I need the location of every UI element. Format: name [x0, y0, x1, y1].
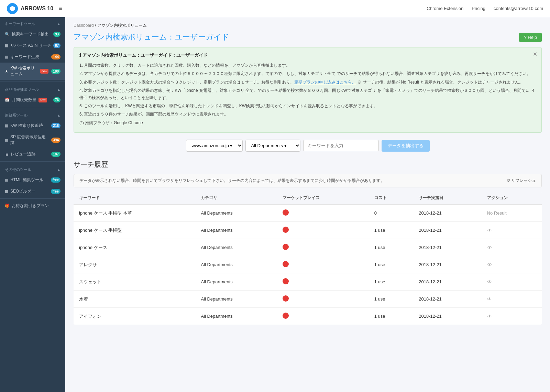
- table-row: アイフォンAll Departments1 use2018-12-21👁: [74, 308, 542, 325]
- page-title-row: アマゾン内検索ボリューム：ユーザーガイド ? Help: [74, 32, 542, 42]
- cell-cost: 1 use: [369, 273, 414, 291]
- sidebar-item-discount[interactable]: 🎁 お得な割引きプラン: [0, 200, 65, 211]
- sidebar-section-other-label: その他のツール: [5, 167, 31, 172]
- sidebar-item-sp-ads-label: SP 広告表示順位追跡: [10, 134, 49, 146]
- view-icon[interactable]: 👁: [487, 245, 492, 250]
- sidebar-item-discount-label: お得な割引きプラン: [12, 203, 49, 209]
- view-icon[interactable]: 👁: [487, 314, 492, 319]
- help-button[interactable]: ? Help: [519, 33, 542, 42]
- cell-date: 2018-12-21: [413, 291, 481, 308]
- badge-keyword-gen: 144: [51, 54, 60, 59]
- extract-button[interactable]: データを抽出する: [382, 140, 430, 152]
- marketplace-dot: [283, 209, 289, 216]
- view-icon[interactable]: 👁: [487, 262, 492, 268]
- cell-keyword: 水着: [74, 291, 195, 308]
- info-box-close-button[interactable]: ✕: [533, 51, 537, 57]
- sidebar-item-monthly-sales[interactable]: 📅 月間販売数量 new 76: [0, 94, 65, 106]
- sidebar-item-kw-volume[interactable]: ★ KW 検索ボリューム new 180: [0, 63, 65, 80]
- sidebar-item-search-keyword-label: 検索キーワード抽出: [12, 31, 49, 37]
- chrome-extension-link[interactable]: Chrome Extension: [427, 6, 463, 11]
- table-icon: ▦: [5, 43, 8, 48]
- sidebar-item-html-editor-label: HTML 編集ツール: [10, 177, 43, 183]
- cell-keyword: iphone ケース 手帳型: [74, 222, 195, 239]
- sidebar-item-search-keyword[interactable]: 🔍 検索キーワード抽出 93: [0, 29, 65, 40]
- info-line-1: 1. 月間の検索数、クリック数、カートに追加された回数、購入数、などの情報を、ア…: [79, 62, 536, 69]
- badge-free-html: free: [51, 177, 60, 183]
- logo: ARROWS 10: [7, 3, 53, 14]
- sidebar-item-kw-rank-label: KW 検索順位追跡: [10, 123, 43, 129]
- department-select[interactable]: All Departments ▾: [245, 140, 300, 152]
- cell-action[interactable]: 👁: [482, 239, 542, 256]
- marketplace-dot: [283, 261, 289, 267]
- sidebar-item-kw-rank[interactable]: ▦ KW 検索順位追跡 218: [0, 120, 65, 131]
- pricing-link[interactable]: Pricing: [472, 6, 485, 11]
- keyword-input[interactable]: [303, 140, 379, 151]
- badge-new-monthly: new: [38, 98, 47, 102]
- cell-keyword: スウェット: [74, 273, 195, 291]
- cell-action[interactable]: 👁: [482, 308, 542, 325]
- sidebar-item-review[interactable]: 🖥 レビュー追跡 187: [0, 149, 65, 160]
- cell-action[interactable]: 👁: [482, 291, 542, 308]
- history-section-title: サーチ履歴: [74, 160, 542, 169]
- sidebar-item-seo[interactable]: ▦ SEOビルダー free: [0, 186, 65, 197]
- sidebar-section-keyword: キーワードツール ▲: [0, 17, 65, 29]
- cell-keyword: アイフォン: [74, 308, 195, 325]
- view-icon[interactable]: 👁: [487, 296, 492, 302]
- cell-category: All Departments: [195, 256, 277, 273]
- badge-kw-volume: 180: [51, 69, 60, 74]
- info-line-7: (*) 推奨ブラウザ：Google Chrome: [79, 119, 536, 126]
- breadcrumb-separator: /: [95, 23, 97, 28]
- sidebar-item-monthly-sales-label: 月間販売数量: [12, 97, 36, 103]
- cell-keyword: iphone ケース 手帳型 本革: [74, 205, 195, 222]
- cell-keyword: iphone ケース: [74, 239, 195, 256]
- marketplace-dot: [283, 278, 289, 284]
- badge-new-kw-volume: new: [40, 69, 49, 74]
- cell-action[interactable]: 👁: [482, 256, 542, 273]
- cell-date: 2018-12-21: [413, 239, 481, 256]
- cell-cost: 1 use: [369, 291, 414, 308]
- badge-free-seo: free: [51, 189, 60, 194]
- sidebar-section-product-label: 商品情報抽出ツール: [5, 87, 39, 92]
- marketplace-select[interactable]: www.amazon.co.jp ▾ www.amazon.com: [186, 140, 243, 152]
- sidebar-item-reverse-asin[interactable]: ▦ リバース ASIN サーチ 87: [0, 40, 65, 51]
- sidebar-item-seo-label: SEOビルダー: [10, 188, 35, 194]
- cell-action[interactable]: 👁: [482, 222, 542, 239]
- view-icon[interactable]: 👁: [487, 279, 492, 285]
- sidebar-item-keyword-gen[interactable]: ▦ キーワード生成 144: [0, 51, 65, 63]
- table-row: アレクサAll Departments1 use2018-12-21👁: [74, 256, 542, 273]
- account-link[interactable]: contents@arrows10.com: [494, 6, 543, 11]
- breadcrumb-home[interactable]: Dashboard: [74, 23, 94, 28]
- hamburger-icon[interactable]: ≡: [59, 5, 63, 12]
- sidebar-item-html-editor[interactable]: ▦ HTML 編集ツール free: [0, 174, 65, 186]
- cell-action[interactable]: No Result: [482, 205, 542, 222]
- sidebar-item-keyword-gen-label: キーワード生成: [10, 54, 39, 60]
- cell-date: 2018-12-21: [413, 222, 481, 239]
- cell-date: 2018-12-21: [413, 308, 481, 325]
- cell-action[interactable]: 👁: [482, 273, 542, 291]
- table-row: iphone ケース 手帳型 本革All Departments02018-12…: [74, 205, 542, 222]
- notice-bar: データが表示されない場合、時間をおいてブラウザをリフレッシュして下さい。サーチの…: [74, 174, 542, 187]
- col-action: アクション: [482, 192, 542, 205]
- breadcrumb-current: アマゾン内検索ボリューム: [97, 23, 147, 28]
- plan-link[interactable]: 定期プランの申し込みはこちら。: [294, 80, 356, 85]
- sp-ads-icon: ▦: [5, 138, 8, 142]
- sidebar-item-reverse-asin-label: リバース ASIN サーチ: [10, 43, 51, 48]
- monitor-icon: 🖥: [5, 152, 9, 156]
- divider-3: [0, 161, 65, 162]
- sidebar-section-tracking-label: 追跡系ツール: [5, 113, 28, 118]
- cell-marketplace: [277, 205, 369, 222]
- cell-cost: 1 use: [369, 308, 414, 325]
- nav-right: Chrome Extension Pricing contents@arrows…: [427, 6, 543, 11]
- cell-category: All Departments: [195, 205, 277, 222]
- chevron-up-other-icon: ▲: [57, 168, 60, 172]
- sidebar-item-sp-ads[interactable]: ▦ SP 広告表示順位追跡 394: [0, 131, 65, 149]
- cell-marketplace: [277, 256, 369, 273]
- divider-1: [0, 81, 65, 81]
- gift-icon: 🎁: [5, 204, 10, 208]
- col-cost: コスト: [369, 192, 414, 205]
- view-icon[interactable]: 👁: [487, 228, 492, 233]
- refresh-button[interactable]: ↺ リフレッシュ: [507, 178, 536, 184]
- logo-text: ARROWS 10: [21, 6, 53, 12]
- info-box: ℹ アマゾン内検索ボリューム：ユーザーガイド：ユーザーガイド ✕ 1. 月間の検…: [74, 47, 542, 133]
- cell-date: 2018-12-21: [413, 273, 481, 291]
